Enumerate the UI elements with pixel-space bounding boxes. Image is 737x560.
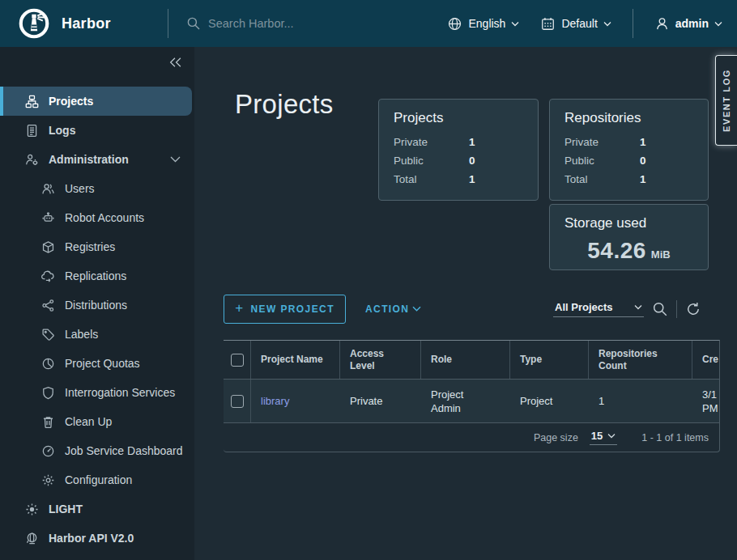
sidebar-item-label: Distributions [65, 299, 127, 312]
cell-project-name: library [251, 380, 340, 422]
default-selector[interactable]: Default [540, 16, 611, 32]
chevron-down-icon [603, 21, 611, 27]
username: admin [675, 17, 709, 30]
replications-icon [41, 269, 55, 283]
creation-time-line2: PM [702, 401, 718, 415]
cell-repositories-count: 1 [589, 380, 692, 422]
user-icon [654, 16, 670, 32]
refresh-icon [685, 301, 701, 317]
sidebar-item-distributions[interactable]: Distributions [0, 291, 194, 320]
search-icon [652, 301, 668, 317]
action-label: ACTION [365, 303, 409, 315]
brand-block[interactable]: Harbor [0, 7, 168, 40]
gear-icon [41, 473, 55, 487]
page-size-select[interactable]: 15 [590, 430, 617, 445]
sidebar-item-projects[interactable]: Projects [0, 87, 192, 116]
administration-icon [25, 153, 39, 167]
topbar: Harbor English [0, 0, 737, 47]
stat-label: Private [564, 133, 640, 151]
storage-value: 54.26 [587, 238, 646, 263]
event-log-tab[interactable]: EVENT LOG [715, 55, 737, 146]
storage-summary-card: Storage used 54.26MiB [549, 204, 709, 270]
creation-time-line1: 3/1 [702, 388, 718, 401]
sidebar-item-label: Registries [65, 240, 115, 253]
sidebar-item-registries[interactable]: Registries [0, 232, 194, 261]
sidebar-item-interrogation-services[interactable]: Interrogation Services [0, 378, 194, 407]
sidebar-item-replications[interactable]: Replications [0, 261, 194, 291]
sun-icon [25, 503, 39, 516]
repositories-summary-card: Repositories Private 1 Public 0 Total 1 [549, 99, 709, 201]
default-value: Default [561, 17, 597, 30]
plus-icon: + [235, 300, 244, 316]
header-access-level[interactable]: Access Level [340, 341, 421, 379]
topbar-divider [633, 9, 633, 38]
sidebar-item-label: Replications [65, 269, 126, 282]
sidebar-item-label: Projects [49, 95, 93, 108]
sidebar-item-label: Configuration [65, 473, 132, 486]
header-creation-time-clipped[interactable]: Cre [692, 341, 719, 379]
sidebar-item-users[interactable]: Users [0, 174, 194, 203]
cell-type: Project [510, 380, 589, 422]
sidebar-item-clean-up[interactable]: Clean Up [0, 407, 194, 436]
stat-value: 0 [469, 151, 475, 170]
sidebar-item-label: Interrogation Services [65, 386, 175, 399]
sidebar-item-labels[interactable]: Labels [0, 320, 194, 349]
header-type[interactable]: Type [510, 341, 589, 379]
stat-label: Private [394, 133, 469, 151]
sidebar-collapse-button[interactable] [168, 57, 182, 68]
share-icon [41, 299, 55, 312]
items-range: 1 - 1 of 1 items [641, 432, 709, 443]
stat-value: 1 [640, 133, 646, 151]
select-all-header-cell [224, 341, 251, 379]
row-checkbox[interactable] [231, 395, 244, 408]
toolbar-divider [676, 300, 677, 318]
registries-icon [41, 240, 55, 254]
chevron-down-icon [634, 304, 642, 310]
sidebar-item-job-service-dashboard[interactable]: Job Service Dashboard [0, 436, 194, 465]
language-selector[interactable]: English [447, 16, 519, 32]
page-title: Projects [235, 89, 334, 120]
sidebar-item-administration[interactable]: Administration [0, 145, 194, 174]
sidebar-item-project-quotas[interactable]: Project Quotas [0, 349, 194, 378]
action-dropdown-button[interactable]: ACTION [365, 295, 421, 324]
users-icon [41, 182, 55, 196]
sidebar-item-label: LIGHT [49, 503, 83, 515]
sidebar-item-label: Administration [49, 153, 129, 166]
chevron-down-icon [412, 306, 421, 312]
sidebar-item-logs[interactable]: Logs [0, 116, 194, 145]
stat-value: 0 [640, 151, 646, 170]
storage-unit: MiB [651, 248, 671, 261]
cell-access-level: Private [340, 380, 421, 422]
sidebar-item-label: Job Service Dashboard [65, 444, 183, 457]
pie-chart-icon [41, 357, 55, 371]
projects-table: Project Name Access Level Role Type Repo… [224, 340, 720, 452]
project-filter-select[interactable]: All Projects [553, 301, 644, 317]
refresh-button[interactable] [685, 301, 701, 317]
user-menu[interactable]: admin [654, 16, 722, 32]
brand-title: Harbor [62, 15, 111, 32]
header-repositories-count[interactable]: Repositories Count [589, 341, 692, 379]
dashboard-gauge-icon [41, 444, 55, 458]
header-project-name[interactable]: Project Name [251, 341, 340, 379]
search-input[interactable] [208, 17, 386, 30]
stat-value: 1 [469, 170, 475, 189]
chevron-down-icon [170, 156, 181, 163]
project-link[interactable]: library [261, 395, 289, 407]
sidebar-item-robot-accounts[interactable]: Robot Accounts [0, 203, 194, 232]
sidebar-item-harbor-api[interactable]: Harbor API V2.0 [0, 524, 194, 553]
sidebar-item-theme-light[interactable]: LIGHT [0, 494, 194, 524]
page-size-value: 15 [591, 430, 603, 442]
global-search [168, 16, 447, 31]
sidebar-item-label: Project Quotas [65, 357, 140, 370]
harbor-logo-icon [18, 7, 50, 40]
cell-creation-time-clipped: 3/1 PM [692, 380, 719, 422]
sidebar-item-configuration[interactable]: Configuration [0, 465, 194, 494]
header-role[interactable]: Role [421, 341, 510, 379]
stat-value: 1 [469, 133, 475, 151]
table-footer: Page size 15 1 - 1 of 1 items [224, 423, 719, 452]
new-project-button[interactable]: + NEW PROJECT [224, 295, 346, 324]
search-filter-button[interactable] [652, 301, 668, 317]
select-all-checkbox[interactable] [231, 354, 244, 367]
project-filter-value: All Projects [555, 301, 613, 313]
card-title: Repositories [564, 110, 693, 126]
